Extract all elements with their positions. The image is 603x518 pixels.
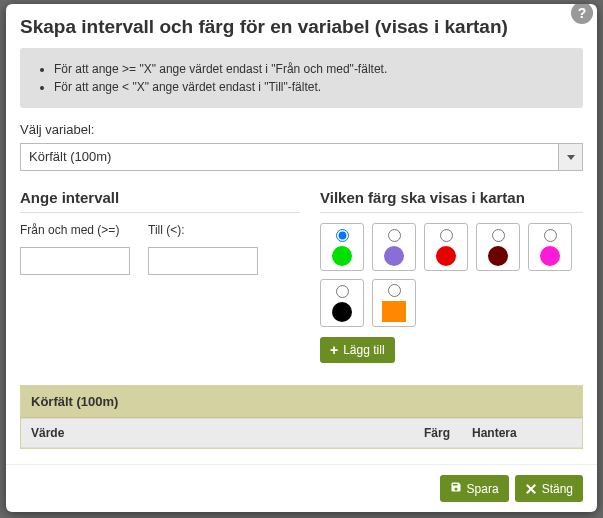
dialog: ? Skapa intervall och färg för en variab… bbox=[6, 4, 597, 512]
close-icon bbox=[525, 483, 537, 495]
color-swatch-green[interactable] bbox=[320, 223, 364, 271]
color-chip-orange bbox=[382, 301, 406, 322]
to-input[interactable] bbox=[148, 247, 258, 275]
color-radio-magenta[interactable] bbox=[544, 229, 557, 242]
color-swatch-purple[interactable] bbox=[372, 223, 416, 271]
info-item: För att ange >= "X" ange värdet endast i… bbox=[54, 62, 569, 76]
color-swatch-red[interactable] bbox=[424, 223, 468, 271]
color-radio-green[interactable] bbox=[336, 229, 349, 242]
add-button-label: Lägg till bbox=[343, 343, 384, 357]
add-button[interactable]: + Lägg till bbox=[320, 337, 395, 363]
plus-icon: + bbox=[330, 343, 338, 357]
variable-select[interactable]: Körfält (100m) bbox=[20, 143, 583, 171]
dialog-title: Skapa intervall och färg för en variabel… bbox=[6, 4, 597, 48]
variable-label: Välj variabel: bbox=[6, 122, 597, 143]
save-icon bbox=[450, 481, 462, 496]
color-chip-black bbox=[332, 302, 352, 322]
color-chip-green bbox=[332, 246, 352, 266]
color-radio-black[interactable] bbox=[336, 285, 349, 298]
col-value: Värde bbox=[21, 419, 414, 448]
color-swatches bbox=[320, 223, 583, 327]
color-radio-purple[interactable] bbox=[388, 229, 401, 242]
from-label: Från och med (>=) bbox=[20, 223, 130, 237]
color-heading: Vilken färg ska visas i kartan bbox=[320, 189, 583, 213]
table-header: Värde Färg Hantera bbox=[21, 418, 582, 448]
col-color: Färg bbox=[414, 419, 462, 448]
interval-heading: Ange intervall bbox=[20, 189, 300, 213]
chevron-down-icon[interactable] bbox=[558, 144, 582, 170]
from-input[interactable] bbox=[20, 247, 130, 275]
table-title: Körfält (100m) bbox=[21, 386, 582, 418]
variable-select-value: Körfält (100m) bbox=[20, 143, 583, 171]
color-chip-red bbox=[436, 246, 456, 266]
color-chip-magenta bbox=[540, 246, 560, 266]
color-chip-purple bbox=[384, 246, 404, 266]
color-swatch-black[interactable] bbox=[320, 279, 364, 327]
info-item: För att ange < "X" ange värdet endast i … bbox=[54, 80, 569, 94]
close-button[interactable]: Stäng bbox=[515, 475, 583, 502]
color-swatch-maroon[interactable] bbox=[476, 223, 520, 271]
color-radio-red[interactable] bbox=[440, 229, 453, 242]
dialog-footer: Spara Stäng bbox=[6, 464, 597, 512]
color-swatch-orange[interactable] bbox=[372, 279, 416, 327]
intervals-table: Körfält (100m) Värde Färg Hantera bbox=[20, 385, 583, 449]
save-button-label: Spara bbox=[467, 482, 499, 496]
color-swatch-magenta[interactable] bbox=[528, 223, 572, 271]
color-radio-maroon[interactable] bbox=[492, 229, 505, 242]
close-button-label: Stäng bbox=[542, 482, 573, 496]
info-box: För att ange >= "X" ange värdet endast i… bbox=[20, 48, 583, 108]
color-chip-maroon bbox=[488, 246, 508, 266]
col-manage: Hantera bbox=[462, 419, 582, 448]
to-label: Till (<): bbox=[148, 223, 258, 237]
save-button[interactable]: Spara bbox=[440, 475, 509, 502]
color-radio-orange[interactable] bbox=[388, 284, 401, 297]
